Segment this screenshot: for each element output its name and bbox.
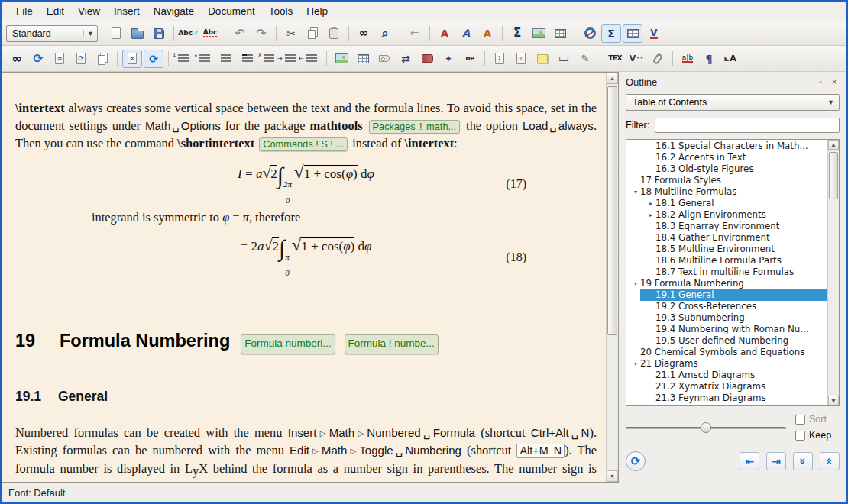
outline-item[interactable]: 21.1 Amscd Diagrams xyxy=(626,370,827,381)
view-document-button[interactable]: ∞ xyxy=(7,50,27,68)
copy-button[interactable] xyxy=(303,24,322,43)
new-document-button[interactable] xyxy=(106,24,126,43)
scroll-down-icon[interactable]: ▼ xyxy=(607,470,618,482)
outline-item[interactable]: 18.5 Multline Environment xyxy=(626,244,827,255)
outline-item[interactable]: 16.2 Accents in Text xyxy=(626,152,827,163)
noun-button[interactable]: A xyxy=(477,24,497,43)
attach-file-button[interactable] xyxy=(648,50,668,68)
outline-item[interactable]: 18.6 Multiline Formula Parts xyxy=(626,255,827,267)
insert-footnote-button[interactable] xyxy=(490,50,510,68)
outline-item[interactable]: 19.2 Cross-References xyxy=(626,301,827,312)
collapsed-inset[interactable]: Formula ! numbe... xyxy=(345,334,439,354)
toggle-review-toolbar-button[interactable]: V xyxy=(644,24,664,43)
outline-item[interactable]: 18.3 Eqnarray Environment xyxy=(626,221,827,232)
outline-item[interactable]: ▾21 Diagrams xyxy=(626,358,827,370)
depth-slider[interactable] xyxy=(626,421,786,435)
redo-button[interactable]: ↷ xyxy=(251,24,271,43)
slider-handle[interactable] xyxy=(701,422,711,433)
text-properties-button[interactable]: A xyxy=(720,50,740,68)
menu-tools[interactable]: Tools xyxy=(262,3,300,19)
sort-checkbox[interactable]: Sort xyxy=(795,414,840,425)
thesaurus-button[interactable]: a|b xyxy=(678,50,697,68)
promote-section-button[interactable]: ⇤ xyxy=(740,452,759,470)
labeling-layout-button[interactable] xyxy=(259,50,279,68)
outline-item[interactable]: 19.3 Subnumbering xyxy=(626,312,827,324)
move-section-up-button[interactable]: « xyxy=(820,452,840,470)
quill-pen-button[interactable]: ✎ xyxy=(575,50,595,68)
update-outline-button[interactable]: ⟳ xyxy=(626,451,646,471)
paste-button[interactable] xyxy=(324,24,344,43)
outline-type-combo[interactable]: Table of Contents ▼ xyxy=(626,94,840,111)
cut-button[interactable]: ✂ xyxy=(281,24,301,43)
insert-cross-reference-button[interactable]: ⇄ xyxy=(396,50,416,68)
toggle-outline-button[interactable] xyxy=(580,24,600,43)
toggle-math-toolbar-button[interactable]: Σ xyxy=(601,24,621,43)
toggle-table-toolbar-button[interactable] xyxy=(623,24,642,43)
scrollbar-thumb[interactable] xyxy=(829,152,838,199)
move-section-down-button[interactable]: » xyxy=(793,452,813,470)
insert-table-button[interactable] xyxy=(353,50,373,68)
zoom-button[interactable]: ⌕ xyxy=(375,24,395,43)
outline-item[interactable]: 18.7 Text in multiline Formulas xyxy=(626,267,827,278)
numbered-equation[interactable]: = 2a√2∫π0√1 + cos(φ) dφ (18) xyxy=(15,237,597,277)
keep-checkbox[interactable]: Keep xyxy=(795,430,840,441)
increase-depth-button[interactable] xyxy=(280,50,300,68)
insert-vertical-space-button[interactable]: V xyxy=(626,50,646,68)
document-area[interactable]: \intertext always creates some vertical … xyxy=(2,73,606,482)
scroll-up-icon[interactable]: ▲ xyxy=(828,140,839,150)
navigate-back-button[interactable]: ⇐ xyxy=(405,24,425,43)
paragraph-settings-button[interactable]: ¶ xyxy=(699,50,719,68)
outline-item[interactable]: 20 Chemical Symbols and Equations xyxy=(626,347,827,358)
update-view-button[interactable]: ⟳ xyxy=(28,50,48,68)
outline-item[interactable]: 16.3 Old-style Figures xyxy=(626,163,827,175)
update-master-document-button[interactable]: ⟳ xyxy=(144,50,163,68)
scroll-up-icon[interactable]: ▲ xyxy=(607,73,618,84)
list-layout-button[interactable] xyxy=(216,50,236,68)
outline-item[interactable]: ▾19 Formula Numbering xyxy=(626,278,827,289)
paragraph-style-combo[interactable]: Standard ▼ xyxy=(6,25,98,42)
outline-item[interactable]: 16.1 Special Characters in Math... xyxy=(626,141,827,152)
outline-scrollbar[interactable]: ▲ ▼ xyxy=(827,140,839,405)
insert-marginal-note-button[interactable] xyxy=(511,50,531,68)
outline-item[interactable]: 21.3 Feynman Diagrams xyxy=(626,393,827,404)
insert-label-button[interactable] xyxy=(374,50,394,68)
menu-view[interactable]: View xyxy=(71,3,107,19)
outline-item[interactable]: 19.4 Numbering with Roman Nu... xyxy=(626,324,827,335)
filter-input[interactable] xyxy=(655,118,840,133)
outline-item[interactable]: ▾18 Multiline Formulas xyxy=(626,186,827,198)
view-messages-button[interactable] xyxy=(122,50,142,68)
menu-help[interactable]: Help xyxy=(299,3,335,19)
float-panel-button[interactable]: ▫ xyxy=(815,76,826,87)
outline-item[interactable]: 19.1 General xyxy=(626,289,827,301)
insert-graphics-button[interactable] xyxy=(332,50,351,68)
numbered-equation[interactable]: I = a√2∫2π0√1 + cos(φ) dφ (17) xyxy=(15,164,597,205)
insert-index-entry-button[interactable]: ✦ xyxy=(439,50,458,68)
document-scrollbar[interactable]: ▲ ▼ xyxy=(606,73,618,482)
find-replace-button[interactable]: ∞ xyxy=(354,24,374,43)
update-other-formats-button[interactable] xyxy=(71,50,91,68)
emphasis-button[interactable]: A xyxy=(456,24,476,43)
outline-item[interactable]: 17 Formula Styles xyxy=(626,175,827,186)
collapsed-inset[interactable]: Packages ! math... xyxy=(369,120,461,134)
undo-button[interactable]: ↶ xyxy=(230,24,250,43)
insert-graphics-button[interactable] xyxy=(529,24,549,43)
save-document-button[interactable] xyxy=(149,24,169,43)
demote-section-button[interactable]: ⇥ xyxy=(766,452,786,470)
view-other-formats-button[interactable] xyxy=(50,50,70,68)
close-panel-button[interactable]: × xyxy=(829,76,840,87)
insert-note-button[interactable] xyxy=(532,50,552,68)
insert-tex-code-button[interactable]: TEX xyxy=(605,50,625,68)
scrollbar-thumb[interactable] xyxy=(607,86,617,335)
insert-box-button[interactable]: ▭ xyxy=(554,50,574,68)
text-style-button[interactable]: A xyxy=(435,24,455,43)
outline-item[interactable]: 18.4 Gather Environment xyxy=(626,232,827,244)
continuous-spellcheck-button[interactable]: Abc xyxy=(200,24,220,43)
outline-item[interactable]: ▸18.2 Align Environments xyxy=(626,209,827,221)
menu-document[interactable]: Document xyxy=(201,3,262,19)
collapsed-inset[interactable]: Formula numberi... xyxy=(241,334,335,354)
decrease-depth-button[interactable] xyxy=(302,50,322,68)
insert-math-button[interactable]: Σ xyxy=(507,24,527,43)
numbered-list-button[interactable] xyxy=(173,50,193,68)
outline-item[interactable]: 21.2 Xymatrix Diagrams xyxy=(626,381,827,393)
scroll-down-icon[interactable]: ▼ xyxy=(828,396,839,405)
